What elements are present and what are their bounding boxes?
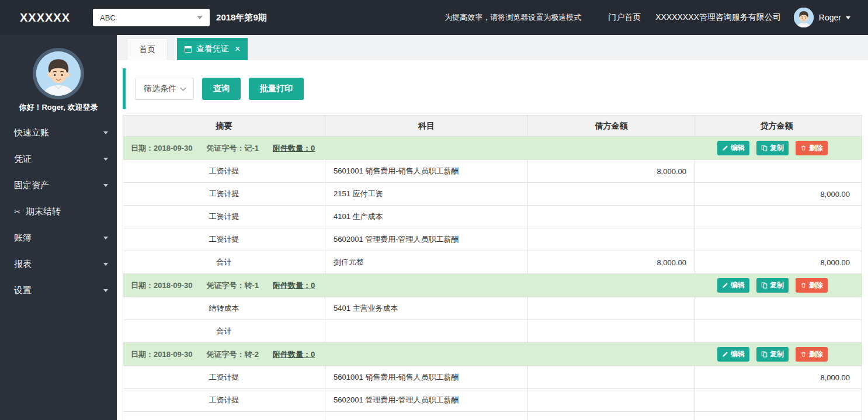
sidebar-item-period-end-carryover[interactable]: ✂期末结转: [0, 199, 117, 225]
column-header: 摘要: [123, 116, 325, 136]
table-row: 合计: [123, 320, 862, 343]
toolbar: 筛选条件 查询 批量打印: [123, 68, 862, 109]
voucher-date: 日期：2018-09-30: [131, 280, 193, 291]
debit-cell: 8,000.00: [528, 160, 695, 182]
filter-button[interactable]: 筛选条件: [135, 78, 194, 100]
chevron-down-icon: [180, 85, 186, 91]
edit-button[interactable]: 编辑: [717, 141, 749, 155]
tab-view-voucher[interactable]: 查看凭证: [177, 38, 248, 60]
subject-cell: 5401 主营业务成本: [325, 297, 528, 320]
sidebar-item-quick-entry[interactable]: 快速立账: [0, 120, 117, 146]
summary-cell: 工资计提: [123, 183, 325, 205]
trash-icon: [800, 145, 807, 151]
delete-button[interactable]: 删除: [796, 141, 828, 155]
chevron-down-icon: [846, 16, 850, 19]
batch-print-button[interactable]: 批量打印: [249, 78, 304, 100]
debit-cell: [528, 320, 695, 342]
empty-cell: [325, 412, 528, 420]
username: Roger: [819, 13, 841, 22]
close-icon[interactable]: [235, 44, 240, 54]
subject-cell: 2151 应付工资: [325, 183, 528, 205]
sidebar-item-settings[interactable]: 设置: [0, 277, 117, 304]
chevron-down-icon: [103, 237, 108, 239]
sidebar-menu: 快速立账凭证固定资产✂期末结转账簿报表设置: [0, 120, 117, 304]
column-header: 贷方金额: [695, 116, 862, 136]
subject-cell: 5602001 管理费用-管理人员职工薪酬: [325, 389, 528, 411]
credit-cell: [695, 320, 862, 342]
subject-cell: 捌仟元整: [325, 251, 528, 273]
summary-cell: 工资计提: [123, 160, 325, 182]
credit-cell: [695, 160, 862, 182]
debit-cell: [528, 366, 695, 388]
pencil-icon: [722, 282, 728, 289]
query-button[interactable]: 查询: [202, 78, 241, 100]
table-row: 结转成本5401 主营业务成本: [123, 297, 862, 320]
portal-home-link[interactable]: 门户首页: [608, 12, 641, 23]
table-row: 工资计提5602001 管理费用-管理人员职工薪酬: [123, 228, 862, 251]
copy-button-label: 复制: [770, 349, 784, 359]
period-label: 2018年第9期: [216, 12, 267, 23]
edit-button[interactable]: 编辑: [717, 347, 749, 362]
delete-button-label: 删除: [809, 280, 823, 290]
subject-cell: 5601001 销售费用-销售人员职工薪酬: [325, 366, 528, 388]
delete-button[interactable]: 删除: [796, 278, 828, 293]
summary-cell: 工资计提: [123, 389, 325, 411]
table-row: 工资计提5602001 管理费用-管理人员职工薪酬: [123, 389, 862, 412]
sidebar-item-fixed-assets[interactable]: 固定资产: [0, 172, 117, 199]
copy-icon: [761, 282, 768, 289]
company-select-value: ABC: [100, 13, 116, 22]
sidebar-item-label: 固定资产: [14, 180, 49, 191]
voucher-date: 日期：2018-09-30: [131, 349, 193, 360]
chevron-down-icon: [103, 289, 108, 292]
sidebar-item-voucher[interactable]: 凭证: [0, 146, 117, 172]
copy-button[interactable]: 复制: [756, 278, 789, 293]
chevron-down-icon: [197, 16, 203, 19]
voucher-group-row: 日期：2018-09-30凭证字号：记-1附件数量：0编辑复制删除: [123, 137, 862, 160]
sidebar-item-reports[interactable]: 报表: [0, 251, 117, 277]
table-row: 工资计提4101 生产成本: [123, 206, 862, 228]
table-row: 工资计提5601001 销售费用-销售人员职工薪酬8,000.00: [123, 160, 862, 183]
copy-button[interactable]: 复制: [756, 347, 789, 362]
company-select[interactable]: ABC: [93, 9, 210, 26]
attachment-count-link[interactable]: 附件数量：0: [273, 143, 315, 154]
chevron-down-icon: [103, 131, 108, 134]
edit-button-label: 编辑: [731, 143, 745, 153]
debit-cell: [528, 389, 695, 411]
main-area: 首页 查看凭证 筛选条件 查询 批量打印 摘要科目借方金额贷方金额日期：2018…: [117, 35, 868, 420]
summary-cell: 合计: [123, 251, 325, 273]
voucher-group-row: 日期：2018-09-30凭证字号：转-1附件数量：0编辑复制删除: [123, 274, 862, 297]
tab-home-label: 首页: [139, 44, 155, 55]
voucher-actions: 编辑复制删除: [717, 141, 828, 155]
filter-button-label: 筛选条件: [144, 84, 176, 94]
app-logo: XXXXXX: [20, 11, 70, 25]
copy-icon: [761, 351, 768, 357]
debit-cell: [528, 297, 695, 320]
credit-cell: [695, 228, 862, 251]
sidebar-item-account-books[interactable]: 账簿: [0, 225, 117, 251]
browser-notice: 为提高效率，请将浏览器设置为极速模式: [445, 12, 581, 23]
chevron-down-icon: [103, 184, 108, 187]
sidebar-item-label: 设置: [14, 285, 32, 296]
chevron-down-icon: [103, 263, 108, 266]
empty-cell: [695, 412, 862, 420]
attachment-count-link[interactable]: 附件数量：0: [273, 349, 315, 360]
user-menu[interactable]: Roger: [794, 8, 850, 27]
credit-cell: 8,000.00: [695, 366, 862, 388]
delete-button[interactable]: 删除: [796, 347, 828, 362]
debit-cell: [528, 206, 695, 228]
summary-cell: 工资计提: [123, 228, 325, 251]
copy-icon: [761, 145, 768, 151]
company-name: XXXXXXXX管理咨询服务有限公司: [655, 12, 781, 23]
tab-home[interactable]: 首页: [127, 38, 168, 60]
edit-button[interactable]: 编辑: [717, 278, 749, 293]
copy-button[interactable]: 复制: [756, 141, 789, 155]
trash-icon: [800, 282, 807, 289]
voucher-number: 凭证字号：转-2: [207, 349, 259, 360]
empty-cell: [528, 412, 695, 420]
subject-cell: 5601001 销售费用-销售人员职工薪酬: [325, 160, 528, 182]
table-row: 工资计提5601001 销售费用-销售人员职工薪酬8,000.00: [123, 366, 862, 389]
pencil-icon: [722, 351, 728, 357]
subject-cell: [325, 320, 528, 342]
content-area: 筛选条件 查询 批量打印 摘要科目借方金额贷方金额日期：2018-09-30凭证…: [117, 60, 868, 420]
attachment-count-link[interactable]: 附件数量：0: [273, 280, 315, 291]
